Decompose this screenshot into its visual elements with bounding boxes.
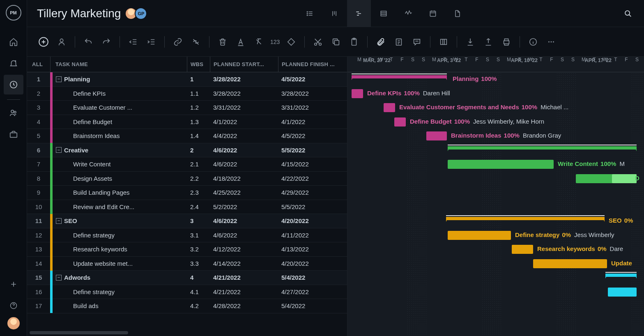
task-name-cell[interactable]: Build Landing Pages: [53, 189, 187, 196]
collapse-icon[interactable]: −: [56, 76, 62, 82]
clear-format-icon[interactable]: [252, 35, 265, 48]
finish-cell[interactable]: 5/4/2022: [278, 274, 347, 281]
start-cell[interactable]: 3/28/2022: [210, 76, 278, 83]
task-row[interactable]: 4 Define Budget 1.3 4/1/2022 4/1/2022: [27, 115, 347, 129]
col-all[interactable]: ALL: [27, 57, 50, 72]
gantt-summary-bar[interactable]: [605, 274, 637, 277]
wbs-cell[interactable]: 2: [187, 147, 210, 154]
task-name-cell[interactable]: − Planning: [53, 76, 187, 83]
columns-icon[interactable]: [437, 35, 450, 48]
col-planned-start[interactable]: PLANNED START...: [210, 57, 278, 72]
task-name-cell[interactable]: Research keywords: [53, 246, 187, 253]
start-cell[interactable]: 4/6/2022: [210, 161, 278, 168]
undo-icon[interactable]: [82, 35, 95, 48]
horizontal-scrollbar[interactable]: [30, 331, 128, 334]
project-members[interactable]: GP: [127, 7, 147, 20]
finish-cell[interactable]: 4/27/2022: [278, 288, 347, 295]
task-name-cell[interactable]: Build ads: [53, 302, 187, 309]
task-name-cell[interactable]: Write Content: [53, 161, 187, 168]
nav-add-icon[interactable]: [4, 274, 23, 294]
task-row[interactable]: 2 Define KPIs 1.1 3/28/2022 3/28/2022: [27, 87, 347, 101]
finish-cell[interactable]: 5/5/2022: [278, 203, 347, 210]
start-cell[interactable]: 4/6/2022: [210, 232, 278, 239]
nav-help-icon[interactable]: [4, 296, 23, 315]
finish-cell[interactable]: 5/5/2022: [278, 147, 347, 154]
assign-icon[interactable]: [55, 35, 68, 48]
task-row[interactable]: 8 Design Assets 2.2 4/18/2022 4/22/2022: [27, 172, 347, 186]
wbs-cell[interactable]: 3: [187, 217, 210, 224]
view-gantt-icon[interactable]: [347, 0, 371, 27]
nav-team-icon[interactable]: [4, 103, 23, 123]
nav-recent-icon[interactable]: [4, 75, 23, 94]
finish-cell[interactable]: 4/1/2022: [278, 118, 347, 125]
app-logo[interactable]: PM: [6, 5, 21, 21]
col-task-name[interactable]: TASK NAME: [50, 57, 187, 72]
view-list-icon[interactable]: [298, 0, 322, 27]
import-icon[interactable]: [464, 35, 477, 48]
gantt-task-bar[interactable]: [608, 288, 637, 297]
task-name-cell[interactable]: Define KPIs: [53, 90, 187, 97]
wbs-cell[interactable]: 3.3: [187, 260, 210, 267]
attachment-icon[interactable]: [374, 35, 387, 48]
task-row[interactable]: 15 − Adwords 4 4/21/2022 5/4/2022: [27, 271, 347, 285]
paste-icon[interactable]: [347, 35, 361, 48]
export-icon[interactable]: [482, 35, 495, 48]
wbs-cell[interactable]: 1.2: [187, 104, 210, 111]
collapse-icon[interactable]: −: [56, 147, 62, 153]
wbs-cell[interactable]: 1.3: [187, 118, 210, 125]
task-row[interactable]: 12 Define strategy 3.1 4/6/2022 4/11/202…: [27, 228, 347, 243]
view-files-icon[interactable]: [446, 0, 469, 27]
task-name-cell[interactable]: Design Assets: [53, 175, 187, 182]
cut-icon[interactable]: [311, 35, 324, 48]
task-row[interactable]: 10 Review and Edit Cre... 2.4 5/2/2022 5…: [27, 200, 347, 214]
start-cell[interactable]: 4/4/2022: [210, 132, 278, 139]
task-name-cell[interactable]: Update website met...: [53, 260, 187, 267]
gantt-task-bar[interactable]: [533, 259, 607, 268]
gantt-task-bar[interactable]: [352, 89, 363, 98]
gantt-summary-bar[interactable]: [352, 75, 447, 78]
task-row[interactable]: 17 Build ads 4.2 4/28/2022 5/4/2022: [27, 299, 347, 313]
copy-icon[interactable]: [329, 35, 343, 48]
view-sheet-icon[interactable]: [372, 0, 396, 27]
start-cell[interactable]: 3/28/2022: [210, 90, 278, 97]
task-name-cell[interactable]: − Adwords: [53, 274, 187, 281]
outdent-icon[interactable]: [126, 35, 140, 48]
number-format-icon[interactable]: 123: [270, 39, 280, 45]
search-icon[interactable]: [620, 6, 636, 21]
delete-icon[interactable]: [216, 35, 229, 48]
nav-home-icon[interactable]: [4, 32, 23, 52]
gantt-body[interactable]: Planning100%Define KPIs100%Daren HillEva…: [347, 72, 644, 335]
task-row[interactable]: 7 Write Content 2.1 4/6/2022 4/15/2022: [27, 157, 347, 172]
wbs-cell[interactable]: 1.1: [187, 90, 210, 97]
finish-cell[interactable]: 4/13/2022: [278, 246, 347, 253]
view-board-icon[interactable]: [322, 0, 346, 27]
notes-icon[interactable]: [392, 35, 405, 48]
indent-icon[interactable]: [145, 35, 158, 48]
task-row[interactable]: 5 Brainstorm Ideas 1.4 4/4/2022 4/5/2022: [27, 129, 347, 143]
task-name-cell[interactable]: Define strategy: [53, 288, 187, 295]
finish-cell[interactable]: 3/31/2022: [278, 104, 347, 111]
wbs-cell[interactable]: 3.1: [187, 232, 210, 239]
start-cell[interactable]: 4/6/2022: [210, 217, 278, 224]
task-name-cell[interactable]: Define Budget: [53, 118, 187, 125]
finish-cell[interactable]: 5/4/2022: [278, 302, 347, 309]
member-avatar-2[interactable]: GP: [135, 7, 147, 20]
start-cell[interactable]: 4/14/2022: [210, 260, 278, 267]
finish-cell[interactable]: 4/15/2022: [278, 161, 347, 168]
start-cell[interactable]: 4/21/2022: [210, 288, 278, 295]
start-cell[interactable]: 4/6/2022: [210, 147, 278, 154]
finish-cell[interactable]: 4/11/2022: [278, 232, 347, 239]
task-name-cell[interactable]: Review and Edit Cre...: [53, 203, 187, 210]
start-cell[interactable]: 4/21/2022: [210, 274, 278, 281]
task-name-cell[interactable]: Brainstorm Ideas: [53, 132, 187, 139]
task-name-cell[interactable]: − Creative: [53, 147, 187, 154]
gantt-task-bar[interactable]: [448, 231, 511, 240]
task-row[interactable]: 1 − Planning 1 3/28/2022 4/5/2022: [27, 72, 347, 87]
text-style-icon[interactable]: [234, 35, 247, 48]
start-cell[interactable]: 5/2/2022: [210, 203, 278, 210]
comments-icon[interactable]: [410, 35, 423, 48]
task-row[interactable]: 11 − SEO 3 4/6/2022 4/20/2022: [27, 214, 347, 228]
collapse-icon[interactable]: −: [56, 275, 62, 281]
gantt-task-bar[interactable]: [448, 160, 554, 169]
task-row[interactable]: 6 − Creative 2 4/6/2022 5/5/2022: [27, 143, 347, 158]
